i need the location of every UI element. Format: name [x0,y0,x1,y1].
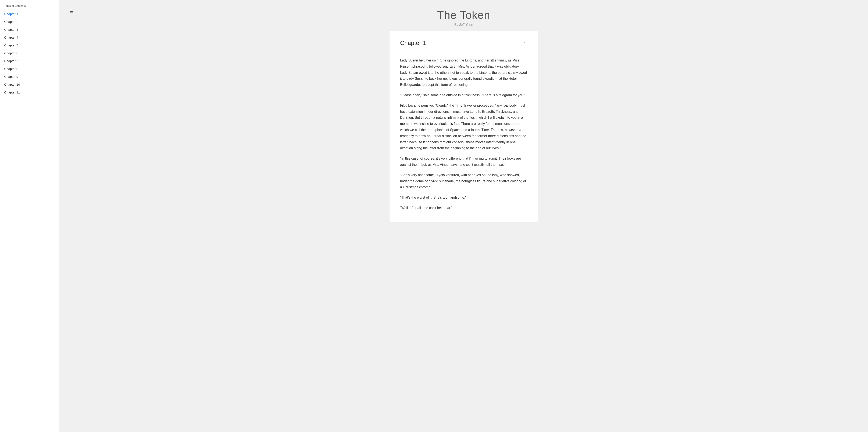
sidebar: Table of Contents Chapter 1Chapter 2Chap… [0,0,59,432]
chapter-paragraph: "In this case, of course, it's very diff… [400,156,527,168]
toc-label: Table of Contents [0,4,59,10]
sidebar-chapters: Chapter 1Chapter 2Chapter 3Chapter 4Chap… [0,10,59,96]
menu-button[interactable]: ☰ [68,8,75,15]
chapter-paragraph: "Well, after all, she can't help that." [400,205,527,211]
chapter-paragraph: Lady Susan held her own. She ignored the… [400,57,527,88]
sidebar-item-chapter-5[interactable]: Chapter 5 [0,41,59,49]
chapter-paragraph: "Please open," said some one outside in … [400,92,527,98]
sidebar-item-chapter-2[interactable]: Chapter 2 [0,18,59,26]
next-chapter-button[interactable]: › [522,39,527,47]
header-area: ☰ The Token By Jeff Yeon [68,0,860,31]
sidebar-item-chapter-3[interactable]: Chapter 3 [0,26,59,33]
chapter-content: Lady Susan held her own. She ignored the… [400,57,527,211]
chapter-paragraph: Filby became pensive. "Clearly," the Tim… [400,102,527,151]
sidebar-item-chapter-8[interactable]: Chapter 8 [0,65,59,73]
sidebar-item-chapter-10[interactable]: Chapter 10 [0,81,59,88]
sidebar-item-chapter-4[interactable]: Chapter 4 [0,33,59,41]
main-content: ☰ The Token By Jeff Yeon Chapter 1 › Lad… [59,0,868,432]
chapter-paragraph: "That's the worst of it. She's too hands… [400,194,527,201]
chapter-card: Chapter 1 › Lady Susan held her own. She… [390,31,538,222]
chapter-paragraph: "She's very handsome," Lydia ventured, w… [400,172,527,190]
sidebar-item-chapter-1[interactable]: Chapter 1 [0,10,59,18]
book-author: By Jeff Yeon [68,23,860,27]
book-title: The Token [68,8,860,21]
chapter-card-header: Chapter 1 › [400,39,527,51]
sidebar-item-chapter-7[interactable]: Chapter 7 [0,57,59,65]
chapter-title: Chapter 1 [400,40,426,47]
sidebar-item-chapter-11[interactable]: Chapter 11 [0,88,59,96]
sidebar-item-chapter-6[interactable]: Chapter 6 [0,49,59,57]
sidebar-item-chapter-9[interactable]: Chapter 9 [0,73,59,81]
